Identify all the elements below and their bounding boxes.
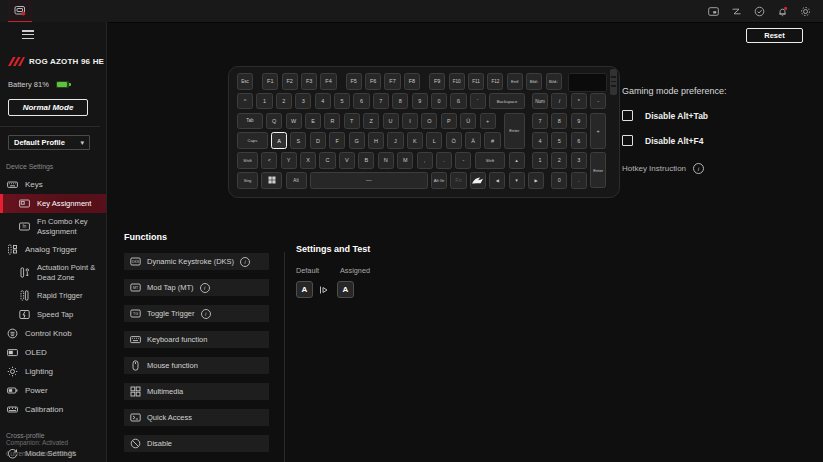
gaming-option-disable-alt-tab[interactable]: Disable Alt+Tab xyxy=(622,110,817,121)
key-f11[interactable]: F11 xyxy=(468,73,484,90)
profile-select[interactable]: Default Profile ▾ xyxy=(8,135,90,150)
checkbox[interactable] xyxy=(622,110,633,121)
key-i[interactable]: I xyxy=(402,113,418,130)
key-4[interactable]: 4 xyxy=(315,93,331,110)
key-q[interactable]: Q xyxy=(266,113,282,130)
key-key[interactable]: Ü xyxy=(460,113,476,130)
key-key[interactable]: - xyxy=(590,93,606,110)
key-key[interactable]: Ä xyxy=(465,132,481,149)
info-icon[interactable]: i xyxy=(201,309,211,319)
key-u[interactable]: U xyxy=(383,113,399,130)
key-1[interactable]: 1 xyxy=(532,152,548,169)
key-7[interactable]: 7 xyxy=(532,113,548,130)
function-item-multimedia[interactable]: Multimedia xyxy=(124,383,269,400)
key-windows[interactable] xyxy=(261,172,282,189)
reset-button[interactable]: Reset xyxy=(746,28,803,43)
key-f7[interactable]: F7 xyxy=(384,73,400,90)
sidebar-item-lighting[interactable]: Lighting xyxy=(0,362,106,381)
key-rog[interactable] xyxy=(470,172,486,189)
key-shift[interactable]: Shift xyxy=(475,152,506,169)
key-strg[interactable]: Strg xyxy=(237,172,258,189)
gaming-option-disable-alt-f4[interactable]: Disable Alt+F4 xyxy=(622,135,817,146)
function-item-dynamic-keystroke-dks[interactable]: DKSDynamic Keystroke (DKS)i xyxy=(124,253,269,270)
function-item-mod-tap-mt[interactable]: MTMod Tap (MT)i xyxy=(124,279,269,296)
featured-icon[interactable] xyxy=(707,5,719,17)
function-item-quick-access[interactable]: Quick Access xyxy=(124,409,269,426)
key-caps[interactable]: Caps xyxy=(237,132,268,149)
key-esc[interactable]: Esc xyxy=(237,73,253,90)
key-r[interactable]: R xyxy=(324,113,340,130)
key-key[interactable]: + xyxy=(590,113,606,149)
key-key[interactable]: . xyxy=(436,152,452,169)
key-x[interactable]: X xyxy=(300,152,316,169)
key-bild[interactable]: Bild↓ xyxy=(546,73,562,90)
key-shift[interactable]: Shift xyxy=(237,152,258,169)
key-space[interactable]: — xyxy=(310,172,428,189)
function-item-toggle-trigger[interactable]: TGToggle Triggeri xyxy=(124,305,269,322)
sidebar-item-rapid-trigger[interactable]: Rapid Trigger xyxy=(0,286,106,305)
key-5[interactable]: 5 xyxy=(551,132,567,149)
key-tab[interactable]: Tab xyxy=(237,113,263,130)
key-bild[interactable]: Bild↑ xyxy=(526,73,542,90)
sidebar-item-key-assignment[interactable]: Key Assignment xyxy=(0,194,106,213)
info-icon[interactable]: i xyxy=(200,283,210,293)
key-backspace[interactable]: Backspace xyxy=(489,93,525,110)
function-item-disable[interactable]: Disable xyxy=(124,435,269,452)
key-k[interactable]: K xyxy=(407,132,423,149)
key-p[interactable]: P xyxy=(441,113,457,130)
key-key[interactable]: . xyxy=(571,172,587,189)
sidebar-item-analog-trigger[interactable]: Analog Trigger xyxy=(0,240,106,259)
key-z[interactable]: Z xyxy=(363,113,379,130)
sidebar-item-keys[interactable]: Keys xyxy=(0,175,106,194)
key-f2[interactable]: F2 xyxy=(282,73,298,90)
notifications-icon[interactable] xyxy=(776,5,788,17)
key-6[interactable]: 6 xyxy=(353,93,369,110)
key-alt[interactable]: Alt xyxy=(286,172,307,189)
assigned-keycap[interactable]: A xyxy=(337,281,354,298)
key-o[interactable]: O xyxy=(421,113,437,130)
key-m[interactable]: M xyxy=(397,152,413,169)
sidebar-item-control-knob[interactable]: Control Knob xyxy=(0,324,106,343)
key-f4[interactable]: F4 xyxy=(320,73,336,90)
key-fn[interactable]: Fn xyxy=(450,172,466,189)
key-f3[interactable]: F3 xyxy=(301,73,317,90)
key-6[interactable]: 6 xyxy=(571,132,587,149)
key-key[interactable]: ´ xyxy=(470,93,486,110)
key-num[interactable]: Num xyxy=(532,93,548,110)
key-key[interactable]: - xyxy=(455,152,471,169)
key-d[interactable]: D xyxy=(310,132,326,149)
key-s[interactable]: S xyxy=(290,132,306,149)
key-v[interactable]: V xyxy=(339,152,355,169)
key-key[interactable]: # xyxy=(484,132,500,149)
key-w[interactable]: W xyxy=(286,113,302,130)
key-key[interactable]: , xyxy=(417,152,433,169)
key-8[interactable]: 8 xyxy=(392,93,408,110)
key-3[interactable]: 3 xyxy=(295,93,311,110)
key-t[interactable]: T xyxy=(344,113,360,130)
key-f[interactable]: F xyxy=(329,132,345,149)
key-key[interactable]: ◀ xyxy=(489,172,505,189)
key-key[interactable]: ^ xyxy=(237,93,253,110)
key-alt-gr[interactable]: Alt Gr xyxy=(431,172,447,189)
key-key[interactable]: ß xyxy=(450,93,466,110)
function-item-mouse-function[interactable]: Mouse function xyxy=(124,357,269,374)
key-f6[interactable]: F6 xyxy=(365,73,381,90)
sidebar-item-power[interactable]: Power xyxy=(0,381,106,400)
key-n[interactable]: N xyxy=(378,152,394,169)
key-key[interactable]: Ö xyxy=(446,132,462,149)
sidebar-item-calibration[interactable]: Calibration xyxy=(0,400,106,419)
key-1[interactable]: 1 xyxy=(256,93,272,110)
key-l[interactable]: L xyxy=(426,132,442,149)
sidebar-item-oled[interactable]: OLED xyxy=(0,343,106,362)
key-enter[interactable]: Enter xyxy=(590,152,606,188)
key-key[interactable]: + xyxy=(480,113,496,130)
key-e[interactable]: E xyxy=(305,113,321,130)
aura-sync-icon[interactable] xyxy=(730,5,742,17)
key-f1[interactable]: F1 xyxy=(262,73,278,90)
key-9[interactable]: 9 xyxy=(412,93,428,110)
key-j[interactable]: J xyxy=(387,132,403,149)
key-key[interactable]: * xyxy=(571,93,587,110)
function-item-keyboard-function[interactable]: Keyboard function xyxy=(124,331,269,348)
key-2[interactable]: 2 xyxy=(276,93,292,110)
key-c[interactable]: C xyxy=(319,152,335,169)
